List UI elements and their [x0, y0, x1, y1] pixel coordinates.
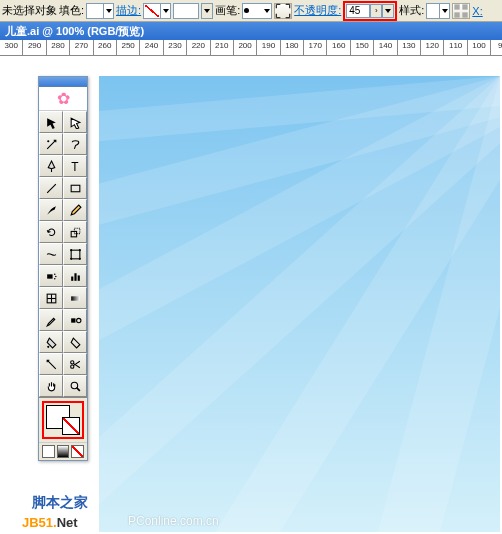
pencil-tool[interactable]	[63, 199, 87, 221]
warp-tool-icon	[45, 248, 58, 261]
svg-point-18	[53, 277, 55, 279]
selection-tool-icon	[45, 116, 58, 129]
live-paint-selection-tool-icon	[69, 336, 82, 349]
corners-icon	[275, 3, 291, 19]
brush-label: 画笔:	[215, 3, 240, 18]
svg-point-11	[70, 249, 72, 251]
ruler-tick: 130	[398, 40, 421, 56]
watermark-text: JB51.Net	[22, 515, 78, 530]
pencil-tool-icon	[69, 204, 82, 217]
opacity-label[interactable]: 不透明度:	[294, 3, 341, 18]
svg-text:T: T	[71, 160, 78, 173]
eyedropper-tool-icon	[45, 314, 58, 327]
warp-tool[interactable]	[39, 243, 63, 265]
color-section	[39, 397, 87, 442]
mesh-tool[interactable]	[39, 287, 63, 309]
svg-rect-1	[463, 4, 468, 9]
svg-line-6	[47, 184, 56, 193]
graph-tool[interactable]	[63, 265, 87, 287]
type-tool[interactable]: T	[63, 155, 87, 177]
brush-dropdown[interactable]	[242, 3, 272, 19]
hand-tool-icon	[45, 380, 58, 393]
symbol-sprayer-tool[interactable]	[39, 265, 63, 287]
scale-tool[interactable]	[63, 221, 87, 243]
ruler-tick: 110	[444, 40, 467, 56]
watermark-text: PConline.com.cn	[128, 514, 219, 528]
gradient-tool-icon	[69, 292, 82, 305]
hand-tool[interactable]	[39, 375, 63, 397]
gradient-tool[interactable]	[63, 287, 87, 309]
color-mode-solid[interactable]	[42, 445, 55, 458]
svg-point-12	[78, 249, 80, 251]
svg-rect-25	[71, 296, 80, 300]
opacity-dropdown[interactable]	[382, 4, 394, 18]
blend-tool[interactable]	[63, 309, 87, 331]
free-transform-tool[interactable]	[63, 243, 87, 265]
brush-tool-icon	[45, 204, 58, 217]
stroke-swatch[interactable]	[143, 3, 171, 19]
opacity-stepper[interactable]: ›	[370, 4, 382, 18]
direct-selection-tool[interactable]	[63, 111, 87, 133]
live-paint-selection-tool[interactable]	[63, 331, 87, 353]
svg-point-4	[47, 140, 49, 142]
color-mode-row	[39, 442, 87, 460]
ruler-tick: 120	[421, 40, 444, 56]
live-paint-tool-icon	[45, 336, 58, 349]
style-swatch[interactable]	[426, 3, 450, 19]
slice-tool[interactable]	[39, 353, 63, 375]
color-mode-none[interactable]	[71, 445, 84, 458]
color-mode-gradient[interactable]	[57, 445, 70, 458]
eyedropper-tool[interactable]	[39, 309, 63, 331]
svg-point-13	[70, 257, 72, 259]
svg-point-14	[78, 257, 80, 259]
ruler-tick: 150	[351, 40, 374, 56]
lasso-tool[interactable]	[63, 133, 87, 155]
svg-rect-21	[77, 275, 79, 280]
stroke-color-swatch[interactable]	[62, 417, 80, 435]
scale-tool-icon	[69, 226, 82, 239]
chevron-down-icon[interactable]	[103, 4, 113, 18]
chevron-down-icon[interactable]	[160, 4, 170, 18]
rotate-tool[interactable]	[39, 221, 63, 243]
stroke-weight-dropdown[interactable]	[201, 3, 213, 19]
symbol-sprayer-tool-icon	[45, 270, 58, 283]
svg-point-16	[53, 273, 55, 275]
live-paint-tool[interactable]	[39, 331, 63, 353]
ruler-tick: 240	[140, 40, 163, 56]
document-title-bar: 儿童.ai @ 100% (RGB/预览)	[0, 22, 502, 40]
selection-tool[interactable]	[39, 111, 63, 133]
svg-rect-2	[455, 12, 460, 17]
svg-rect-19	[71, 276, 73, 280]
pen-tool-icon	[45, 160, 58, 173]
svg-rect-15	[47, 274, 52, 278]
svg-rect-3	[463, 12, 468, 17]
line-tool[interactable]	[39, 177, 63, 199]
brush-tool[interactable]	[39, 199, 63, 221]
opacity-input[interactable]	[346, 4, 370, 18]
ruler-tick: 200	[234, 40, 257, 56]
ruler-tick: 180	[281, 40, 304, 56]
scissors-tool[interactable]	[63, 353, 87, 375]
x-label[interactable]: X:	[472, 5, 482, 17]
zoom-tool[interactable]	[63, 375, 87, 397]
ruler-tick: 270	[70, 40, 93, 56]
chevron-down-icon[interactable]	[439, 4, 449, 18]
canvas-area[interactable]	[99, 76, 500, 532]
blend-tool-icon	[69, 314, 82, 327]
svg-rect-10	[71, 250, 80, 259]
panel-drag-handle[interactable]	[39, 77, 87, 87]
svg-rect-20	[74, 273, 76, 281]
svg-point-27	[76, 318, 80, 322]
fill-stroke-control[interactable]	[42, 401, 84, 439]
magic-wand-tool[interactable]	[39, 133, 63, 155]
stroke-weight-input[interactable]	[173, 3, 199, 19]
pen-tool[interactable]	[39, 155, 63, 177]
recolor-button[interactable]	[452, 3, 470, 19]
isolate-group-button[interactable]	[274, 3, 292, 19]
rectangle-tool[interactable]	[63, 177, 87, 199]
workspace: ✿ T	[0, 56, 502, 534]
stroke-label[interactable]: 描边:	[116, 3, 141, 18]
fill-swatch[interactable]	[86, 3, 114, 19]
tools-panel: ✿ T	[38, 76, 88, 461]
document-title: 儿童.ai @ 100% (RGB/预览)	[5, 24, 144, 39]
